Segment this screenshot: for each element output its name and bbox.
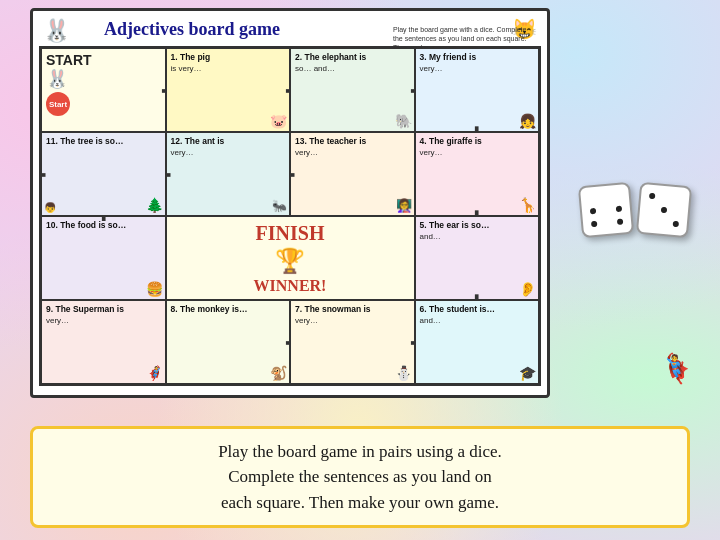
- cell-8: 8. The monkey is… 🐒 ➡: [166, 300, 291, 384]
- ear-icon: 👂: [519, 281, 536, 297]
- cell-10: 10. The food is so… 🍔 ⬆: [41, 216, 166, 300]
- cell-2-label: 2. The elephant is: [295, 52, 410, 63]
- elephant-icon: 🐘: [395, 113, 412, 129]
- friend-icon: 👧: [519, 113, 536, 129]
- tree-icon: 🌲: [146, 197, 163, 213]
- arrow-left-13: ⬅: [290, 165, 295, 184]
- character-icon-left: 🐰: [43, 18, 70, 44]
- board-game: 🐰 Adjectives board game Play the board g…: [30, 8, 550, 398]
- cell-3-text: very…: [420, 64, 535, 74]
- monkey-icon: 🐒: [270, 365, 287, 381]
- cell-3: 3. My friend is very… 👧 ⬇: [415, 48, 540, 132]
- cell-13-label: 13. The teacher is: [295, 136, 410, 147]
- superman-icon: 🦸: [146, 365, 163, 381]
- cell-13: 13. The teacher is very… 👩‍🏫 ⬅: [290, 132, 415, 216]
- cell-5-text: and…: [420, 232, 535, 242]
- cell-9-text: very…: [46, 316, 161, 326]
- cell-2-text: so… and…: [295, 64, 410, 74]
- cell-5-label: 5. The ear is so…: [420, 220, 535, 231]
- dice-container: [580, 184, 690, 236]
- bottom-line2: Complete the sentences as you land on: [228, 467, 491, 486]
- arrow-left-11: ⬅: [41, 165, 46, 184]
- cell-7-text: very…: [295, 316, 410, 326]
- cell-4-label: 4. The giraffe is: [420, 136, 535, 147]
- cell-13-text: very…: [295, 148, 410, 158]
- ant-icon: 🐜: [272, 199, 287, 213]
- arrow-down-3: ⬇: [470, 123, 483, 132]
- rabbit-icon: 🐰: [46, 68, 161, 90]
- cell-12: 12. The ant is very… 🐜 ⬅: [166, 132, 291, 216]
- cell-4: 4. The giraffe is very… 🦒 ⬇: [415, 132, 540, 216]
- snowman-icon: ⛄: [395, 365, 412, 381]
- teacher-icon: 👩‍🏫: [396, 198, 412, 213]
- cell-2: 2. The elephant is so… and… 🐘 ➡: [290, 48, 415, 132]
- superman-character: 🦸: [660, 352, 695, 385]
- cell-start: START 🐰 Start ➡: [41, 48, 166, 132]
- cell-1: 1. The pig is very… 🐷 ➡: [166, 48, 291, 132]
- bottom-line3: each square. Then make your own game.: [221, 493, 499, 512]
- cell-11: 11. The tree is so… 🌲 ⬅ 👦: [41, 132, 166, 216]
- bottom-text-box: Play the board game in pairs using a dic…: [30, 426, 690, 529]
- board-title: Adjectives board game: [74, 17, 284, 44]
- student-icon: 🎓: [519, 365, 536, 381]
- cell-12-text: very…: [171, 148, 286, 158]
- bottom-line1: Play the board game in pairs using a dic…: [218, 442, 502, 461]
- cell-6-text: and…: [420, 316, 535, 326]
- cell-3-label: 3. My friend is: [420, 52, 535, 63]
- cell-5: 5. The ear is so… and… 👂 ⬇: [415, 216, 540, 300]
- arrow-up-10: ⬆: [97, 216, 110, 225]
- bottom-text: Play the board game in pairs using a dic…: [49, 439, 671, 516]
- start-circle: Start: [46, 92, 70, 116]
- cell-1-label: 1. The pig: [171, 52, 286, 63]
- cell-finish: FINISH 🏆 WINNER!: [166, 216, 415, 300]
- cell-6-label: 6. The student is…: [420, 304, 535, 315]
- cell-1-text: is very…: [171, 64, 286, 74]
- food-icon: 🍔: [146, 281, 163, 297]
- arrow-down-4: ⬇: [470, 207, 483, 216]
- finish-label: FINISH: [256, 222, 325, 245]
- arrow-down-5: ⬇: [470, 291, 483, 300]
- die-2: [636, 182, 692, 238]
- pig-icon: 🐷: [270, 113, 287, 129]
- cell-7-label: 7. The snowman is: [295, 304, 410, 315]
- dice-area: [570, 160, 700, 260]
- trophy-icon: 🏆: [275, 247, 305, 275]
- giraffe-icon: 🦒: [519, 197, 536, 213]
- winner-label: WINNER!: [254, 277, 327, 295]
- cell-7: 7. The snowman is very… ⛄ ➡: [290, 300, 415, 384]
- board-grid: START 🐰 Start ➡ 1. The pig is very… 🐷 ➡ …: [39, 46, 541, 386]
- cell-11-label: 11. The tree is so…: [46, 136, 161, 147]
- character-11: 👦: [44, 202, 56, 213]
- cell-12-label: 12. The ant is: [171, 136, 286, 147]
- cell-6: 6. The student is… and… 🎓: [415, 300, 540, 384]
- cell-8-label: 8. The monkey is…: [171, 304, 286, 315]
- cell-4-text: very…: [420, 148, 535, 158]
- arrow-left-12: ⬅: [166, 165, 171, 184]
- cell-9: 9. The Superman is very… 🦸: [41, 300, 166, 384]
- die-1: [578, 182, 634, 238]
- cell-9-label: 9. The Superman is: [46, 304, 161, 315]
- start-label: START: [46, 52, 161, 68]
